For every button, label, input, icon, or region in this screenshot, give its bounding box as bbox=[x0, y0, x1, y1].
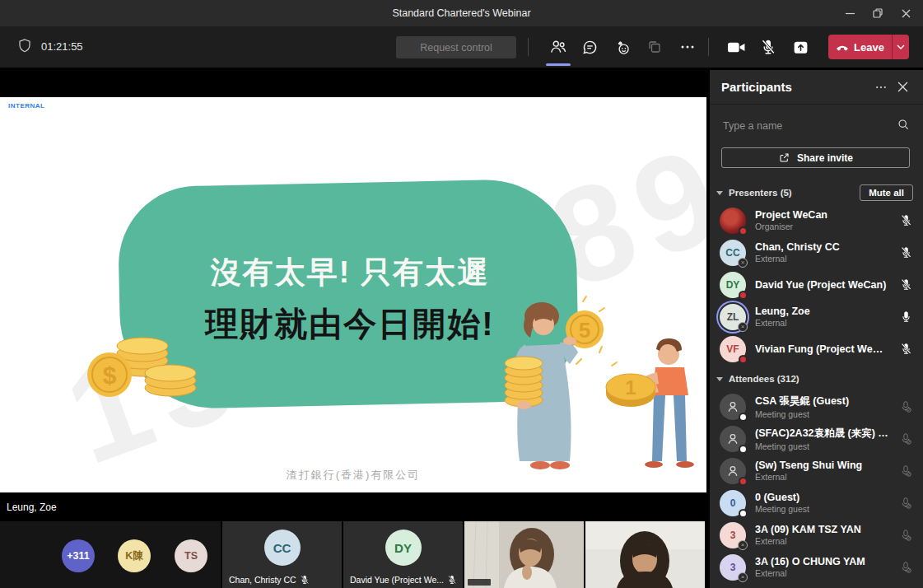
participant-row[interactable]: (SFAC)2A32袁粕晟 (来宾) (Guest)Meeting guest bbox=[710, 422, 923, 455]
participants-tab-button[interactable] bbox=[545, 34, 571, 60]
participant-name: 0 (Guest) bbox=[755, 492, 890, 503]
participant-tile[interactable]: DY David Yue (Project We... bbox=[343, 521, 463, 588]
participant-name: Leung, Zoe bbox=[755, 306, 890, 317]
participant-row[interactable]: CC×Chan, Christy CCExternal bbox=[710, 236, 923, 268]
mic-disabled-icon[interactable] bbox=[899, 561, 912, 574]
participant-name: CSA 張昊錕 (Guest) bbox=[755, 394, 890, 408]
more-options-button[interactable] bbox=[674, 34, 701, 60]
participant-subtitle: Meeting guest bbox=[755, 409, 890, 419]
participant-row[interactable]: Project WeCanOrganiser bbox=[710, 204, 923, 236]
hang-up-icon bbox=[836, 40, 849, 54]
participant-row[interactable]: (Sw) Tseng Shui WingExternal bbox=[710, 455, 923, 487]
participant-name: (Sw) Tseng Shui Wing bbox=[755, 460, 890, 471]
presenters-header-label: Presenters (5) bbox=[729, 188, 792, 198]
reactions-button[interactable] bbox=[608, 34, 635, 60]
participant-name: 3A (16) O CHUNG YAM bbox=[755, 556, 890, 567]
participant-row[interactable]: DYDavid Yue (Project WeCan) bbox=[710, 268, 923, 301]
toolbar-divider bbox=[708, 38, 709, 56]
request-control-button[interactable]: Request control bbox=[396, 36, 516, 58]
close-button[interactable] bbox=[892, 0, 920, 26]
mic-muted-button[interactable] bbox=[755, 34, 781, 60]
participant-name: 3A (09) KAM TSZ YAN bbox=[755, 524, 890, 535]
participant-subtitle: External bbox=[755, 472, 890, 482]
participants-panel-header: Participants bbox=[710, 70, 923, 105]
rooms-button[interactable] bbox=[641, 34, 668, 60]
restore-button[interactable] bbox=[864, 0, 892, 26]
panel-close-button[interactable] bbox=[892, 77, 913, 98]
leave-options-chevron[interactable] bbox=[892, 35, 909, 59]
share-invite-icon bbox=[778, 152, 790, 164]
search-input[interactable] bbox=[723, 120, 897, 132]
presence-badge bbox=[739, 291, 748, 300]
overflow-count-avatar[interactable]: +311 bbox=[62, 539, 95, 572]
search-row bbox=[723, 118, 910, 134]
participant-row[interactable]: CSA 張昊錕 (Guest)Meeting guest bbox=[710, 390, 923, 422]
participant-row[interactable]: ZL×Leung, ZoeExternal bbox=[710, 301, 923, 333]
security-shield-icon bbox=[16, 38, 33, 58]
video-thumbnail[interactable] bbox=[585, 521, 705, 588]
participant-subtitle: External bbox=[755, 568, 890, 578]
video-thumbnail[interactable] bbox=[464, 521, 584, 588]
participant-avatar[interactable]: TS bbox=[175, 539, 207, 572]
share-invite-button[interactable]: Share invite bbox=[721, 147, 910, 168]
mic-muted-icon[interactable] bbox=[899, 278, 912, 291]
active-tab-indicator bbox=[546, 63, 571, 66]
panel-more-options-button[interactable] bbox=[870, 77, 892, 98]
mic-muted-icon[interactable] bbox=[899, 343, 912, 355]
leave-button[interactable]: Leave bbox=[828, 35, 909, 59]
search-icon[interactable] bbox=[897, 118, 910, 134]
participant-name: David Yue (Project We... bbox=[350, 575, 444, 585]
initials-avatar: 0 bbox=[720, 490, 746, 516]
presence-badge bbox=[739, 509, 748, 518]
minimize-button[interactable] bbox=[836, 0, 864, 26]
svg-text:1: 1 bbox=[625, 376, 636, 399]
mic-disabled-icon[interactable] bbox=[899, 432, 912, 446]
mic-disabled-icon[interactable] bbox=[899, 497, 912, 510]
chevron-down-icon bbox=[716, 377, 723, 381]
coins-illustration: $ bbox=[78, 325, 198, 401]
shared-slide: 15171189 INTERNAL 沒有太早! 只有太遲 理財就由今日開始! $ bbox=[0, 97, 706, 492]
mic-muted-icon bbox=[447, 575, 457, 585]
initials-avatar: VF bbox=[720, 336, 746, 362]
project-wecan-logo-avatar bbox=[720, 208, 746, 234]
svg-text:$: $ bbox=[103, 362, 117, 389]
meeting-stage: 15171189 INTERNAL 沒有太早! 只有太遲 理財就由今日開始! $ bbox=[0, 68, 706, 588]
presence-badge bbox=[739, 413, 748, 422]
meeting-timer: 01:21:55 bbox=[41, 26, 83, 68]
mic-disabled-icon[interactable] bbox=[899, 529, 912, 542]
participant-name: (SFAC)2A32袁粕晟 (来宾) (Guest) bbox=[755, 427, 890, 441]
share-content-button[interactable] bbox=[787, 34, 813, 60]
presenters-section-header[interactable]: Presenters (5) Mute all bbox=[710, 184, 923, 202]
presence-badge bbox=[739, 445, 748, 454]
person-avatar bbox=[720, 458, 746, 484]
presence-badge bbox=[739, 355, 748, 364]
svg-text:5: 5 bbox=[579, 318, 590, 343]
participant-row[interactable]: 00 (Guest)Meeting guest bbox=[710, 487, 923, 519]
mic-disabled-icon[interactable] bbox=[899, 400, 912, 413]
participant-avatar[interactable]: K陳 bbox=[118, 539, 151, 572]
avatar: CC bbox=[264, 530, 301, 566]
camera-on-button[interactable] bbox=[723, 34, 749, 60]
teams-webinar-window: Standard Chartered's Webinar 01:21:55 Re… bbox=[0, 0, 923, 588]
participant-subtitle: External bbox=[755, 254, 890, 264]
participant-subtitle: External bbox=[755, 318, 890, 328]
participant-row[interactable]: VFVivian Fung (Project WeCan) bbox=[710, 333, 923, 365]
participant-row[interactable]: 3×3A (09) KAM TSZ YANExternal bbox=[710, 519, 923, 551]
mic-disabled-icon[interactable] bbox=[899, 464, 912, 478]
mic-on-icon[interactable] bbox=[899, 310, 912, 323]
window-title: Standard Chartered's Webinar bbox=[0, 0, 923, 26]
mic-muted-icon[interactable] bbox=[899, 246, 912, 259]
participant-tile[interactable]: CC Chan, Christy CC bbox=[222, 521, 342, 588]
avatar: DY bbox=[385, 530, 422, 566]
participant-row[interactable]: 3×3A (16) O CHUNG YAMExternal bbox=[710, 551, 923, 583]
attendees-header-label: Attendees (312) bbox=[729, 374, 799, 384]
mic-muted-icon[interactable] bbox=[899, 214, 912, 226]
participant-subtitle: Organiser bbox=[755, 222, 890, 231]
mute-all-button[interactable]: Mute all bbox=[860, 184, 913, 201]
participant-subtitle: Meeting guest bbox=[755, 504, 890, 514]
toolbar-divider bbox=[528, 38, 529, 56]
chat-button[interactable] bbox=[576, 34, 603, 60]
share-invite-label: Share invite bbox=[797, 152, 853, 164]
attendees-section-header[interactable]: Attendees (312) bbox=[710, 370, 923, 388]
participant-name: Chan, Christy CC bbox=[229, 575, 296, 585]
